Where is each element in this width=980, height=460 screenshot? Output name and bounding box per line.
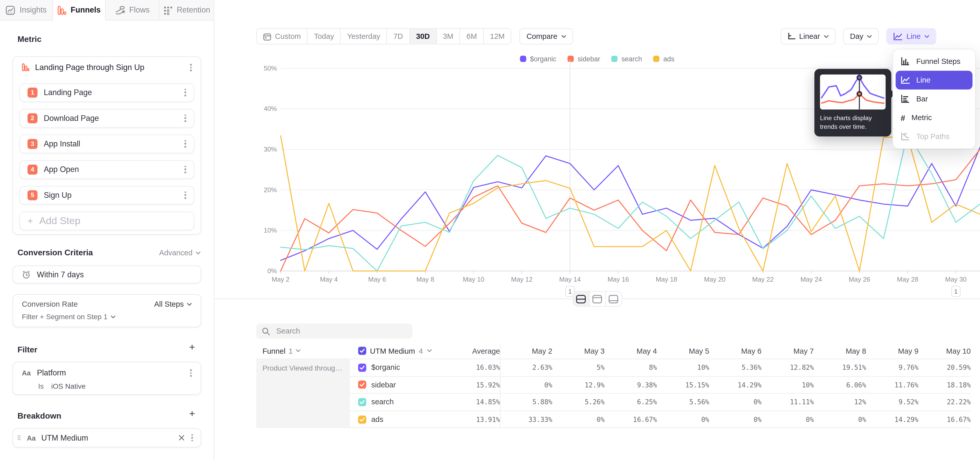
compare-button[interactable]: Compare xyxy=(520,28,573,45)
retention-icon xyxy=(163,5,172,15)
cell-value: 14.29% xyxy=(709,377,762,394)
cell-value: 12.82% xyxy=(762,359,814,377)
svg-text:May 10: May 10 xyxy=(463,276,484,283)
cell-value: 12% xyxy=(814,394,866,411)
series-checkbox[interactable] xyxy=(358,398,366,406)
menu-item-label: Funnel Steps xyxy=(916,57,960,65)
layout-chart-view-button[interactable] xyxy=(589,292,606,306)
svg-text:1: 1 xyxy=(568,288,572,295)
filter-kebab-icon[interactable] xyxy=(189,367,193,379)
tab-insights[interactable]: Insights xyxy=(0,0,53,21)
range-3m-button[interactable]: 3M xyxy=(437,29,460,44)
step-kebab-icon[interactable] xyxy=(183,190,188,201)
series-row-ads: ads xyxy=(350,411,438,428)
range-6m-button[interactable]: 6M xyxy=(460,29,484,44)
tab-funnels[interactable]: Funnels xyxy=(53,0,106,21)
funnel-step-app-open[interactable]: 4 App Open xyxy=(19,160,194,179)
series-checkbox[interactable] xyxy=(358,415,366,423)
filter-segment-dropdown[interactable]: Filter + Segment on Step 1 xyxy=(13,310,200,326)
step-kebab-icon[interactable] xyxy=(183,164,188,175)
average-value: 15.92% xyxy=(438,377,500,394)
metric-title[interactable]: Landing Page through Sign Up xyxy=(35,63,183,72)
granularity-dropdown[interactable]: Day xyxy=(843,28,879,45)
funnel-name-cell[interactable]: Product Viewed through P... xyxy=(256,359,350,428)
range-yesterday-button[interactable]: Yesterday xyxy=(341,29,387,44)
filter-operator[interactable]: Is xyxy=(38,382,44,390)
all-steps-dropdown[interactable]: All Steps xyxy=(154,300,192,308)
range-today-button[interactable]: Today xyxy=(308,29,341,44)
range-custom-button[interactable]: Custom xyxy=(257,29,308,44)
step-kebab-icon[interactable] xyxy=(183,113,188,124)
funnel-step-download-page[interactable]: 2 Download Page xyxy=(19,109,194,128)
filter-property[interactable]: Platform xyxy=(37,369,183,377)
series-row-search: search xyxy=(350,394,438,411)
menu-item-label: Line xyxy=(916,76,931,84)
chart-type-option-funnel-steps[interactable]: Funnel Steps xyxy=(896,52,972,70)
average-value: 13.91% xyxy=(438,411,500,428)
cell-value: 0% xyxy=(552,411,605,428)
chart-type-option-metric[interactable]: # Metric xyxy=(896,109,972,127)
chart-type-dropdown[interactable]: Line xyxy=(886,28,936,45)
filter-card: Aa Platform Is iOS Native xyxy=(13,362,201,395)
layout-split-view-button[interactable] xyxy=(573,292,590,306)
breakdown-card: Aa UTM Medium xyxy=(13,428,201,447)
cell-value: 18.18% xyxy=(918,377,971,394)
layout-table-view-button[interactable] xyxy=(606,292,621,306)
remove-breakdown-icon[interactable] xyxy=(179,435,185,441)
date-column-header: May 2 xyxy=(500,343,552,359)
step-kebab-icon[interactable] xyxy=(183,87,188,98)
tab-flows[interactable]: Flows xyxy=(106,0,159,21)
report-canvas: CustomTodayYesterday7D30D3M6M12M Compare… xyxy=(215,21,980,460)
select-all-checkbox[interactable] xyxy=(358,347,366,355)
chart-type-menu: Funnel Steps Line Bar # Metric Top Paths xyxy=(892,49,976,149)
funnel-step-sign-up[interactable]: 5 Sign Up xyxy=(19,186,194,204)
range-12m-button[interactable]: 12M xyxy=(484,29,511,44)
cell-value: 6.25% xyxy=(605,394,657,411)
series-checkbox[interactable] xyxy=(358,381,366,389)
add-breakdown-button[interactable]: + xyxy=(189,410,195,417)
all-steps-label: All Steps xyxy=(154,300,184,308)
metric-kebab-icon[interactable] xyxy=(189,62,193,73)
conversion-rate-label: Conversion Rate xyxy=(22,300,78,308)
svg-text:50%: 50% xyxy=(264,65,277,72)
date-range-control: CustomTodayYesterday7D30D3M6M12M xyxy=(256,28,511,45)
insights-icon xyxy=(6,5,15,15)
add-step-button[interactable]: + Add Step xyxy=(19,211,194,230)
breakdown-kebab-icon[interactable] xyxy=(190,432,194,443)
filter-segment-label: Filter + Segment on Step 1 xyxy=(22,313,108,320)
calendar-icon xyxy=(263,32,271,40)
series-checkbox[interactable] xyxy=(358,363,366,372)
drag-handle-icon[interactable] xyxy=(17,435,21,441)
step-number-badge: 1 xyxy=(27,88,38,97)
funnel-column-header[interactable]: Funnel 1 xyxy=(256,343,350,359)
funnel-step-app-install[interactable]: 3 App Install xyxy=(19,134,194,153)
advanced-dropdown[interactable]: Advanced xyxy=(159,248,201,257)
funnel-step-landing-page[interactable]: 1 Landing Page xyxy=(19,83,194,102)
cell-value: 9.76% xyxy=(866,359,918,377)
step-label: Landing Page xyxy=(44,88,177,97)
step-kebab-icon[interactable] xyxy=(183,138,188,150)
conversion-criteria-heading: Conversion Criteria xyxy=(18,248,93,257)
series-name: $organic xyxy=(371,363,400,372)
add-filter-button[interactable]: + xyxy=(189,344,195,350)
svg-text:May 28: May 28 xyxy=(897,276,918,283)
breakdown-column-header[interactable]: UTM Medium 4 xyxy=(350,343,438,359)
search-input[interactable] xyxy=(275,326,403,336)
svg-text:1: 1 xyxy=(954,288,958,295)
filter-value[interactable]: iOS Native xyxy=(51,382,86,390)
scale-dropdown[interactable]: Linear xyxy=(780,28,835,45)
range-7d-button[interactable]: 7D xyxy=(387,29,410,44)
range-30d-button[interactable]: 30D xyxy=(410,29,437,44)
svg-text:May 30: May 30 xyxy=(945,276,966,283)
breakdown-property[interactable]: UTM Medium xyxy=(41,433,173,442)
chart-type-option-bar[interactable]: Bar xyxy=(896,89,972,108)
tab-label: Retention xyxy=(177,6,210,14)
menu-item-label: Top Paths xyxy=(916,132,950,141)
tab-retention[interactable]: Retention xyxy=(159,0,215,21)
date-column-header: May 9 xyxy=(866,343,918,359)
average-column-header: Average xyxy=(438,343,500,359)
chevron-down-icon xyxy=(561,35,566,38)
cell-value: 5.36% xyxy=(709,359,762,377)
conversion-window-card[interactable]: Within 7 days xyxy=(13,265,201,283)
chart-type-option-line[interactable]: Line xyxy=(896,71,972,89)
